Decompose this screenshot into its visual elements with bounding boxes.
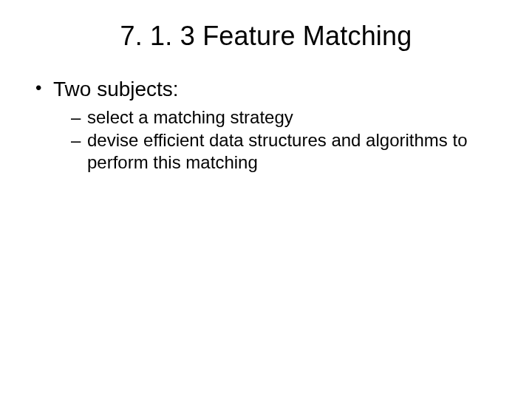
slide-container: 7. 1. 3 Feature Matching Two subjects: s… (0, 0, 532, 399)
list-item: devise efficient data structures and alg… (69, 129, 511, 173)
bullet-text: Two subjects: (53, 78, 179, 100)
list-item: Two subjects: select a matching strategy… (31, 77, 511, 173)
bullet-text: select a matching strategy (87, 107, 293, 127)
slide-title: 7. 1. 3 Feature Matching (21, 21, 511, 52)
bullet-text: devise efficient data structures and alg… (87, 130, 468, 171)
list-item: select a matching strategy (69, 106, 511, 128)
bullet-list-level2: select a matching strategy devise effici… (53, 106, 511, 173)
bullet-list-level1: Two subjects: select a matching strategy… (21, 77, 511, 173)
